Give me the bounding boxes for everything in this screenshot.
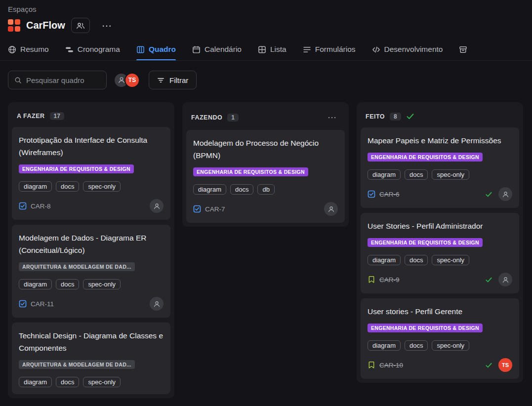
category-tag: ENGENHARIA DE REQUISITOS & DESIGN xyxy=(368,238,483,247)
tag-pill: spec-only xyxy=(432,169,469,180)
tag-row: diagram docs db xyxy=(193,184,338,195)
card-title: Modelagem do Processo de Negócio (BPMN) xyxy=(193,137,338,162)
assignee-avatar[interactable] xyxy=(150,199,164,213)
tag-pill: spec-only xyxy=(432,340,469,351)
category-tag: ENGENHARIA DE REQUISITOS & DESIGN xyxy=(193,167,308,176)
archive-icon xyxy=(459,45,467,54)
tag-pill: diagram xyxy=(368,255,401,265)
view-tabs: Resumo Cronograma Quadro Calendário List… xyxy=(0,40,532,61)
filter-icon xyxy=(157,77,164,84)
tag-pill: docs xyxy=(56,279,79,289)
tag-row: diagram docs spec-only xyxy=(368,169,512,180)
form-icon xyxy=(303,45,311,54)
person-icon xyxy=(502,276,509,284)
tab-label: Lista xyxy=(270,45,286,54)
share-members-button[interactable] xyxy=(71,18,90,33)
assignee-avatar[interactable] xyxy=(498,273,512,286)
table-icon xyxy=(258,45,266,54)
task-card[interactable]: Technical Design - Diagrama de Classes e… xyxy=(12,323,170,394)
filter-button[interactable]: Filtrar xyxy=(149,71,197,89)
tag-pill: diagram xyxy=(368,340,401,351)
card-footer: CAR-11 xyxy=(19,297,164,311)
task-checkbox-icon[interactable] xyxy=(193,205,201,213)
task-card[interactable]: Modelagem de Dados - Diagrama ER (Concei… xyxy=(12,225,170,318)
assignee-avatar[interactable] xyxy=(498,187,512,201)
user-avatar-ts[interactable]: TS xyxy=(124,73,140,88)
column-count-badge: 8 xyxy=(390,113,401,121)
tab-label: Calendário xyxy=(205,45,242,54)
tag-pill: docs xyxy=(56,181,79,192)
globe-icon xyxy=(8,45,16,54)
task-card[interactable]: Prototipação da Interface de Consulta (W… xyxy=(12,127,170,220)
task-id: CAR-8 xyxy=(31,203,51,210)
column-title: A FAZER xyxy=(17,113,45,120)
assignee-avatar-ts[interactable]: TS xyxy=(498,358,512,372)
search-input[interactable] xyxy=(26,76,100,84)
card-footer: CAR-10 TS xyxy=(368,358,512,372)
card-title: Modelagem de Dados - Diagrama ER (Concei… xyxy=(19,232,164,256)
person-icon xyxy=(153,203,161,210)
task-checkbox-icon[interactable] xyxy=(368,190,375,198)
assignee-filter-avatars: TS xyxy=(114,73,140,88)
search-icon xyxy=(14,77,22,84)
people-icon xyxy=(76,22,85,30)
task-card[interactable]: Mapear Papeis e Matriz de Permissões ENG… xyxy=(361,127,519,208)
board-column-fazendo: FAZENDO 1 ⋯ Modelagem do Processo de Neg… xyxy=(182,102,349,227)
task-id: CAR-10 xyxy=(379,362,403,369)
card-footer: CAR-6 xyxy=(368,187,512,201)
tab-lista[interactable]: Lista xyxy=(258,40,286,60)
tab-desenvolvimento[interactable]: Desenvolvimento xyxy=(372,40,443,60)
tab-formularios[interactable]: Formulários xyxy=(303,40,356,60)
task-checkbox-icon[interactable] xyxy=(19,202,27,210)
card-title: User stories - Perfil Gerente xyxy=(368,305,512,318)
card-title: Technical Design - Diagrama de Classes e… xyxy=(19,329,164,354)
tab-resumo[interactable]: Resumo xyxy=(8,40,49,60)
top-bar: Espaços CarFlow ⋯ xyxy=(0,0,532,33)
person-icon xyxy=(327,205,335,213)
tab-label: Formulários xyxy=(315,45,356,54)
assignee-avatar[interactable] xyxy=(324,202,338,216)
calendar-icon xyxy=(192,45,201,54)
done-check-icon xyxy=(485,362,492,369)
task-checkbox-icon[interactable] xyxy=(19,300,27,308)
done-check-icon xyxy=(406,112,414,121)
tab-calendario[interactable]: Calendário xyxy=(192,40,242,60)
board-icon xyxy=(136,45,145,54)
board-toolbar: TS Filtrar xyxy=(8,71,524,89)
column-title: FEITO xyxy=(366,113,385,120)
card-title: Mapear Papeis e Matriz de Permissões xyxy=(368,134,512,147)
tab-label: Desenvolvimento xyxy=(384,45,443,54)
tag-pill: docs xyxy=(405,255,428,265)
tag-pill: diagram xyxy=(19,181,52,192)
filter-label: Filtrar xyxy=(169,76,188,84)
column-header: FAZENDO 1 ⋯ xyxy=(186,106,345,130)
task-id: CAR-7 xyxy=(205,205,225,213)
column-count-badge: 17 xyxy=(50,112,64,120)
tab-overflow[interactable] xyxy=(459,41,467,60)
bookmark-icon[interactable] xyxy=(368,276,375,284)
bookmark-icon[interactable] xyxy=(368,361,375,369)
kanban-board: A FAZER 17 Prototipação da Interface de … xyxy=(8,102,524,398)
card-title: User Stories - Perfil Administrador xyxy=(368,220,512,232)
tag-row: diagram docs spec-only xyxy=(19,181,164,192)
tag-pill: spec-only xyxy=(83,279,121,289)
breadcrumb[interactable]: Espaços xyxy=(8,5,37,13)
tag-pill: spec-only xyxy=(83,181,121,192)
task-card[interactable]: User stories - Perfil Gerente ENGENHARIA… xyxy=(361,298,519,379)
column-menu-button[interactable]: ⋯ xyxy=(325,112,340,123)
tag-row: diagram docs spec-only xyxy=(19,377,164,387)
tag-pill: db xyxy=(257,184,274,195)
done-check-icon xyxy=(485,191,492,198)
space-more-button[interactable]: ⋯ xyxy=(99,20,115,32)
task-card[interactable]: User Stories - Perfil Administrador ENGE… xyxy=(361,213,519,293)
column-header: FEITO 8 xyxy=(361,106,519,127)
category-tag: ENGENHARIA DE REQUISITOS & DESIGN xyxy=(19,164,134,173)
tab-label: Quadro xyxy=(149,45,176,54)
tag-pill: diagram xyxy=(193,184,226,195)
code-icon xyxy=(372,45,380,54)
task-card[interactable]: Modelagem do Processo de Negócio (BPMN) … xyxy=(186,130,345,223)
tag-pill: docs xyxy=(56,377,79,387)
tab-cronograma[interactable]: Cronograma xyxy=(65,40,120,60)
tab-quadro[interactable]: Quadro xyxy=(136,40,176,60)
assignee-avatar[interactable] xyxy=(150,297,164,311)
